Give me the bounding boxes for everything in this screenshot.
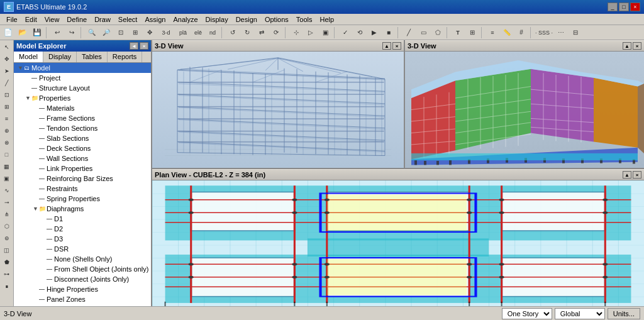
pane-3d-left-pin[interactable]: ▲ [382,42,391,50]
maximize-button[interactable]: □ [619,3,629,11]
text-btn[interactable]: T [451,26,465,39]
pane-plan-close[interactable]: × [633,171,641,179]
lt-tool7[interactable]: ≡ [1,113,13,124]
lt-tool8[interactable]: ⊕ [1,125,13,136]
tree-item[interactable]: ▼📁Properties [14,93,151,103]
open-btn[interactable]: 📂 [16,26,30,39]
menu-edit[interactable]: Edit [21,15,41,24]
lt-arrow[interactable]: ➤ [1,65,13,77]
lt-tool14[interactable]: ⊸ [1,197,13,208]
tree-item[interactable]: —Link Properties [14,163,151,174]
tree-item[interactable]: ▼📁Diaphragms [14,204,151,214]
zoom-in-btn[interactable]: 🔍 [85,26,99,39]
me-tab-model[interactable]: Model [14,52,43,62]
tree-item[interactable]: —Wall Sections [14,153,151,163]
pointer-btn[interactable]: ▷ [304,26,318,39]
me-tab-reports[interactable]: Reports [108,52,143,62]
tree-item[interactable]: —Deck Sections [14,143,151,153]
lt-tool4[interactable]: ╱ [1,77,13,89]
tree-item[interactable]: —None (Shells Only) [14,254,151,264]
nd-btn[interactable]: nd [206,26,219,39]
tree-item[interactable]: —Restraints [14,184,151,194]
last-btn[interactable]: ⊟ [569,26,582,39]
tree-item[interactable]: —Reinforcing Bar Sizes [14,174,151,184]
tree-item[interactable]: ▼🗂Model [14,63,151,73]
rubber-btn[interactable]: ▣ [318,26,332,39]
ruler-btn[interactable]: 📏 [500,26,514,39]
menu-display[interactable]: Display [202,15,232,24]
menu-analyze[interactable]: Analyze [169,15,201,24]
tree-item[interactable]: —Hinge Properties [14,284,151,294]
tree-item[interactable]: —D1 [14,214,151,224]
line-btn[interactable]: ╱ [402,26,416,39]
menu-tools[interactable]: Tools [292,15,316,24]
lt-tool15[interactable]: ⋔ [1,209,13,220]
pan-btn[interactable]: ✥ [143,26,157,39]
lt-tool11[interactable]: ▦ [1,161,13,172]
poly-btn[interactable]: ⬠ [431,26,445,39]
menu-select[interactable]: Select [114,15,142,24]
prop-btn[interactable]: ≡ [486,26,499,39]
undo-btn[interactable]: ↩ [50,26,64,39]
select-btn[interactable]: ⊹ [289,26,303,39]
lt-tool5[interactable]: ⊡ [1,89,13,101]
tree-item[interactable]: —Structure Layout [14,83,151,93]
me-close-btn[interactable]: × [140,42,148,50]
pane-3d-right-close[interactable]: × [633,42,641,50]
elev-btn[interactable]: elē [191,26,205,39]
me-pin-btn[interactable]: ◄ [130,42,138,50]
story-dropdown[interactable]: One Story [502,308,552,319]
tree-item[interactable]: —From Shell Object (Joints only) [14,264,151,274]
stop-btn[interactable]: ■ [382,26,396,39]
pane-plan-pin[interactable]: ▲ [623,171,631,179]
rot-ccw-btn[interactable]: ↺ [226,26,240,39]
lt-tool20[interactable]: ⊶ [1,268,13,280]
menu-draw[interactable]: Draw [91,15,114,24]
pane-3d-right-pin[interactable]: ▲ [623,42,631,50]
3d-btn[interactable]: 3-d [157,26,175,39]
filter-btn[interactable]: ⊞ [465,26,479,39]
tree-item[interactable]: —D3 [14,234,151,244]
units-button[interactable]: Units... [608,308,640,319]
lt-move[interactable]: ✥ [1,53,13,65]
me-tab-display[interactable]: Display [43,52,77,62]
flip-btn[interactable]: ⇄ [255,26,269,39]
rect-btn[interactable]: ▭ [416,26,430,39]
lt-tool21[interactable]: ∎ [1,280,13,292]
menu-design[interactable]: Design [232,15,261,24]
me-tab-tables[interactable]: Tables [77,52,108,62]
new-btn[interactable]: 📄 [1,26,15,39]
plan-btn[interactable]: pl‌ā [175,26,191,39]
tree-item[interactable]: —DSR [14,244,151,254]
zoom-all-btn[interactable]: ⊡ [114,26,128,39]
tree-item[interactable]: —Slab Sections [14,133,151,143]
view3d-left-viewport[interactable] [152,52,404,168]
plan-view-viewport[interactable] [152,180,644,306]
sss-btn[interactable]: · SSS · [535,26,553,39]
menu-assign[interactable]: Assign [141,15,169,24]
grid-btn[interactable]: # [514,26,528,39]
lt-tool10[interactable]: □ [1,149,13,160]
rot-cw-btn[interactable]: ↻ [240,26,254,39]
lt-tool9[interactable]: ⊗ [1,137,13,148]
lt-tool6[interactable]: ⊞ [1,101,13,113]
view3d-right-viewport[interactable] [405,52,644,168]
run-btn[interactable]: ▶ [367,26,381,39]
tree-item[interactable]: —Disconnect (Joints Only) [14,274,151,284]
tree-item[interactable]: —Frame Sections [14,113,151,123]
pane-3d-right-controls[interactable]: ▲ × [623,42,641,50]
refresh-btn[interactable]: ⟲ [353,26,367,39]
lt-tool16[interactable]: ⬡ [1,221,13,232]
minimize-button[interactable]: _ [608,3,618,11]
lt-tool17[interactable]: ⊚ [1,233,13,244]
tree-item[interactable]: —D2 [14,224,151,234]
lt-tool12[interactable]: ▣ [1,173,13,184]
lt-tool13[interactable]: ∿ [1,185,13,196]
close-button[interactable]: × [630,3,640,11]
extra-btn[interactable]: ⋯ [554,26,568,39]
pane-plan-controls[interactable]: ▲ × [623,171,641,179]
menu-options[interactable]: Options [261,15,292,24]
me-tree[interactable]: ▼🗂Model—Project—Structure Layout▼📁Proper… [14,63,151,306]
zoom-out-btn[interactable]: 🔎 [99,26,113,39]
menu-view[interactable]: View [41,15,64,24]
